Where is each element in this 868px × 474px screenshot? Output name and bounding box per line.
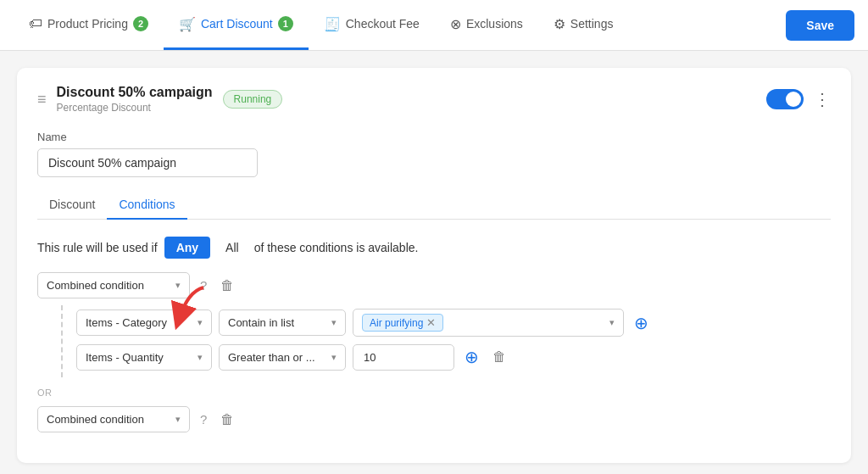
more-options-icon[interactable]: ⋮ bbox=[814, 89, 831, 109]
name-label: Name bbox=[37, 131, 831, 143]
delete-sub-condition-button[interactable]: 🗑 bbox=[489, 346, 509, 368]
combined-row-1: Combined condition ▾ ? 🗑 bbox=[37, 272, 831, 298]
tab-exclusions[interactable]: ⊗ Exclusions bbox=[435, 0, 538, 50]
help-button-2[interactable]: ? bbox=[197, 409, 210, 430]
tab-discount[interactable]: Discount bbox=[37, 191, 107, 220]
delete-button-1[interactable]: 🗑 bbox=[217, 275, 237, 297]
conditions-rule-row: This rule will be used if Any All of the… bbox=[37, 237, 831, 259]
settings-icon: ⚙ bbox=[554, 16, 565, 32]
combined-condition-block-2: Combined condition ▾ ? 🗑 bbox=[37, 406, 831, 432]
discount-card: ≡ Discount 50% campaign Percentage Disco… bbox=[17, 68, 851, 463]
chevron-down-icon: ▾ bbox=[198, 352, 203, 363]
tag-air-purifying: Air purifying ✕ bbox=[362, 314, 443, 332]
save-button[interactable]: Save bbox=[786, 10, 854, 41]
combined-condition-block-1: Combined condition ▾ ? 🗑 Items - Categor… bbox=[37, 272, 831, 377]
tab-conditions[interactable]: Conditions bbox=[107, 191, 186, 220]
chevron-down-icon: ▾ bbox=[331, 317, 337, 328]
checkout-fee-icon: 🧾 bbox=[324, 16, 341, 32]
card-title-block: Discount 50% campaign Percentage Discoun… bbox=[57, 85, 213, 114]
exclusions-icon: ⊗ bbox=[450, 16, 461, 32]
card-subtitle: Percentage Discount bbox=[57, 102, 213, 114]
conditions-content: This rule will be used if Any All of the… bbox=[37, 237, 831, 432]
product-pricing-icon: 🏷 bbox=[29, 16, 42, 31]
chevron-down-icon: ▾ bbox=[175, 280, 181, 291]
status-badge: Running bbox=[223, 90, 283, 109]
all-button[interactable]: All bbox=[217, 237, 248, 259]
or-divider: OR bbox=[37, 388, 831, 398]
card-actions: ⋮ bbox=[766, 89, 831, 109]
sub-condition-row-1: Items - Category ▾ Contain in list ▾ Air… bbox=[76, 309, 831, 337]
add-sub-condition-button[interactable]: ⊕ bbox=[631, 309, 652, 337]
rule-prefix-text: This rule will be used if bbox=[37, 241, 158, 254]
nav-tabs: 🏷 Product Pricing 2 🛒 Cart Discount 1 🧾 … bbox=[14, 0, 786, 50]
cart-discount-icon: 🛒 bbox=[179, 16, 196, 32]
help-button-1[interactable]: ? bbox=[197, 275, 210, 296]
chevron-down-icon: ▾ bbox=[175, 414, 181, 425]
tag-close-icon[interactable]: ✕ bbox=[426, 316, 436, 329]
any-button[interactable]: Any bbox=[164, 237, 210, 259]
toggle-switch[interactable] bbox=[766, 89, 804, 109]
chevron-down-icon: ▾ bbox=[331, 352, 337, 363]
combined-row-2: Combined condition ▾ ? 🗑 bbox=[37, 406, 831, 432]
sub-condition-row-2: Items - Quantity ▾ Greater than or ... ▾… bbox=[76, 343, 831, 371]
card-title: Discount 50% campaign bbox=[57, 85, 213, 100]
top-navigation: 🏷 Product Pricing 2 🛒 Cart Discount 1 🧾 … bbox=[0, 0, 868, 51]
tag-input-category[interactable]: Air purifying ✕ ▾ bbox=[353, 309, 624, 337]
operator-select-greater[interactable]: Greater than or ... ▾ bbox=[219, 344, 346, 371]
combined-condition-select-1[interactable]: Combined condition ▾ bbox=[37, 272, 190, 298]
sub-tabs: Discount Conditions bbox=[37, 191, 831, 220]
field-select-quantity[interactable]: Items - Quantity ▾ bbox=[76, 344, 212, 371]
tab-settings[interactable]: ⚙ Settings bbox=[538, 0, 629, 50]
delete-button-2[interactable]: 🗑 bbox=[217, 409, 237, 431]
quantity-input[interactable] bbox=[353, 344, 454, 371]
name-input[interactable] bbox=[37, 148, 258, 177]
name-field-group: Name bbox=[37, 131, 831, 177]
main-content: ≡ Discount 50% campaign Percentage Disco… bbox=[0, 51, 868, 474]
tab-product-pricing[interactable]: 🏷 Product Pricing 2 bbox=[14, 0, 164, 50]
tag-dropdown-icon: ▾ bbox=[609, 317, 615, 328]
edit-sub-condition-button[interactable]: ⊕ bbox=[461, 343, 482, 371]
tab-cart-discount[interactable]: 🛒 Cart Discount 1 bbox=[164, 0, 309, 50]
field-select-category[interactable]: Items - Category ▾ bbox=[76, 309, 212, 336]
drag-handle-icon[interactable]: ≡ bbox=[37, 91, 47, 109]
rule-suffix-text: of these conditions is available. bbox=[254, 241, 419, 254]
combined-condition-select-2[interactable]: Combined condition ▾ bbox=[37, 406, 190, 432]
card-header: ≡ Discount 50% campaign Percentage Disco… bbox=[37, 85, 831, 114]
operator-select-contain[interactable]: Contain in list ▾ bbox=[219, 309, 346, 336]
sub-conditions-list: Items - Category ▾ Contain in list ▾ Air… bbox=[61, 305, 831, 377]
chevron-down-icon: ▾ bbox=[198, 317, 203, 328]
tab-checkout-fee[interactable]: 🧾 Checkout Fee bbox=[309, 0, 435, 50]
card-header-left: ≡ Discount 50% campaign Percentage Disco… bbox=[37, 85, 756, 114]
